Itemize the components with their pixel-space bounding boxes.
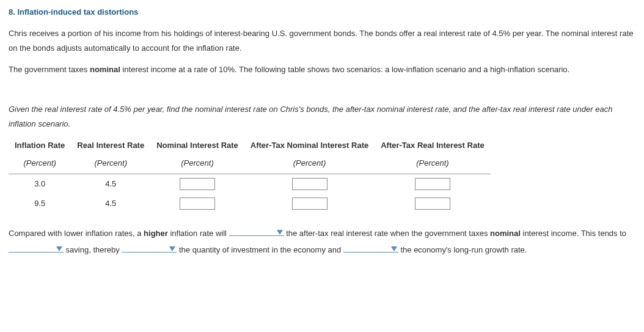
instruction-text: Given the real interest rate of 4.5% per… <box>9 102 635 132</box>
col-unit: (Percent) <box>71 155 150 174</box>
col-header-aftertax-nominal: After-Tax Nominal Interest Rate <box>244 137 375 155</box>
bold-higher: higher <box>144 229 168 238</box>
scenario-table: Inflation Rate Real Interest Rate Nomina… <box>9 137 491 214</box>
dropdown-effect-saving[interactable] <box>9 243 64 253</box>
text-fragment: the after-tax real interest rate when th… <box>284 229 490 238</box>
col-unit: (Percent) <box>244 155 375 174</box>
input-aftertax-real-row1[interactable] <box>415 178 450 190</box>
cell-real: 4.5 <box>71 194 150 214</box>
cell-inflation: 3.0 <box>9 174 71 194</box>
input-nominal-row2[interactable] <box>180 197 215 210</box>
dropdown-effect-rate[interactable] <box>229 226 284 236</box>
cell-inflation: 9.5 <box>9 194 71 214</box>
col-header-real: Real Interest Rate <box>71 137 150 155</box>
text-fragment: the quantity of investment in the econom… <box>177 245 343 254</box>
text-fragment: saving, thereby <box>64 245 122 254</box>
input-nominal-row1[interactable] <box>180 178 215 190</box>
chevron-down-icon <box>277 230 283 235</box>
fill-in-paragraph: Compared with lower inflation rates, a h… <box>9 225 635 259</box>
table-row: 9.5 4.5 <box>9 194 491 214</box>
chevron-down-icon <box>169 246 175 251</box>
intro-paragraph-1: Chris receives a portion of his income f… <box>9 26 635 56</box>
col-header-nominal: Nominal Interest Rate <box>150 137 244 155</box>
table-row: 3.0 4.5 <box>9 174 491 194</box>
col-unit: (Percent) <box>150 155 244 174</box>
bold-nominal: nominal <box>90 65 120 74</box>
text-fragment: The government taxes <box>9 65 90 74</box>
col-unit: (Percent) <box>9 155 71 174</box>
text-fragment: Compared with lower inflation rates, a <box>9 229 144 238</box>
chevron-down-icon <box>56 246 62 251</box>
col-header-inflation: Inflation Rate <box>9 137 71 155</box>
input-aftertax-real-row2[interactable] <box>415 197 450 210</box>
col-header-aftertax-real: After-Tax Real Interest Rate <box>375 137 491 155</box>
dropdown-effect-investment[interactable] <box>122 243 177 253</box>
text-fragment: interest income at a rate of 10%. The fo… <box>120 65 569 74</box>
bold-nominal-2: nominal <box>490 229 521 238</box>
input-aftertax-nominal-row2[interactable] <box>292 197 327 210</box>
dropdown-effect-growth[interactable] <box>343 243 398 253</box>
col-unit: (Percent) <box>375 155 491 174</box>
question-heading: 8. Inflation-induced tax distortions <box>9 5 635 20</box>
text-fragment: the economy's long-run growth rate. <box>398 245 527 254</box>
cell-real: 4.5 <box>71 174 150 194</box>
intro-paragraph-2: The government taxes nominal interest in… <box>9 62 635 78</box>
text-fragment: inflation rate will <box>168 229 229 238</box>
text-fragment: interest income. This tends to <box>521 229 626 238</box>
chevron-down-icon <box>391 246 397 251</box>
input-aftertax-nominal-row1[interactable] <box>292 178 327 190</box>
